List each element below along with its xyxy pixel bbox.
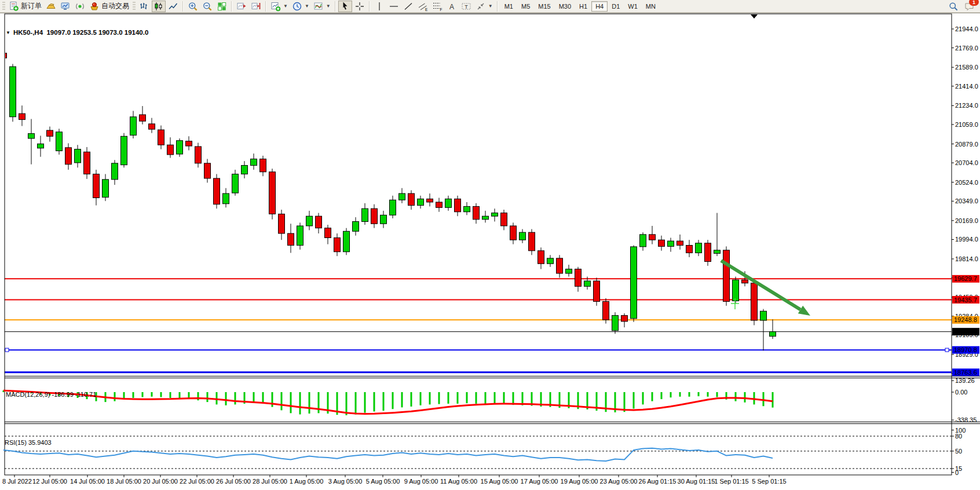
chart-ohlc: 19097.0 19253.5 19073.0 19140.0 bbox=[46, 29, 148, 36]
svg-text:5 Sep 01:15: 5 Sep 01:15 bbox=[752, 478, 786, 485]
timeframe-m30[interactable]: M30 bbox=[555, 1, 575, 12]
tile-windows-button[interactable] bbox=[215, 1, 229, 12]
auto-scroll-icon bbox=[236, 1, 247, 12]
candle-chart-icon bbox=[153, 1, 164, 12]
auto-scroll-button[interactable] bbox=[235, 1, 248, 12]
trendline-icon bbox=[403, 1, 414, 12]
svg-text:22 Jul 05:00: 22 Jul 05:00 bbox=[180, 478, 214, 485]
svg-text:-338.35: -338.35 bbox=[955, 416, 977, 423]
timeframe-d1[interactable]: D1 bbox=[608, 1, 624, 12]
new-order-icon bbox=[9, 1, 19, 12]
svg-text:20169.0: 20169.0 bbox=[955, 217, 978, 224]
auto-trading-icon bbox=[89, 1, 100, 12]
svg-text:19248.8: 19248.8 bbox=[954, 316, 977, 323]
chart-dropdown-icon[interactable]: ▼ bbox=[6, 30, 10, 35]
auto-trading-button[interactable]: 自动交易 bbox=[87, 1, 131, 12]
line-chart-button[interactable] bbox=[166, 1, 180, 12]
svg-text:20524.0: 20524.0 bbox=[955, 179, 978, 186]
timeframe-h4[interactable]: H4 bbox=[591, 1, 608, 12]
chart-shift-icon bbox=[251, 1, 261, 12]
search-button[interactable] bbox=[946, 1, 960, 12]
market-watch-button[interactable] bbox=[58, 1, 72, 12]
price-chart-canvas[interactable]: 21944.021769.021589.021414.021234.021059… bbox=[0, 13, 980, 490]
svg-text:14 Jul 05:00: 14 Jul 05:00 bbox=[70, 478, 105, 485]
new-chart-button[interactable]: ▼ bbox=[269, 1, 290, 12]
svg-text:21769.0: 21769.0 bbox=[955, 45, 978, 52]
macd-indicator-label: MACD(12,26,9) -186.99 -110.71 bbox=[6, 391, 96, 398]
chevron-down-icon: ▼ bbox=[488, 3, 493, 9]
periods-button[interactable]: ▼ bbox=[290, 1, 311, 12]
svg-text:1 Aug 05:00: 1 Aug 05:00 bbox=[290, 478, 324, 485]
timeframe-mn[interactable]: MN bbox=[642, 1, 660, 12]
cursor-tool-button[interactable] bbox=[338, 1, 352, 12]
timeframe-w1[interactable]: W1 bbox=[624, 1, 642, 12]
svg-text:21414.0: 21414.0 bbox=[955, 83, 978, 90]
svg-text:20349.0: 20349.0 bbox=[955, 198, 978, 204]
indicators-button[interactable]: ▼ bbox=[312, 1, 332, 12]
svg-text:19814.0: 19814.0 bbox=[955, 255, 978, 262]
timeframe-m15[interactable]: M15 bbox=[534, 1, 554, 12]
search-icon bbox=[948, 1, 959, 12]
text-icon: A bbox=[447, 1, 457, 12]
svg-text:18970.8: 18970.8 bbox=[954, 346, 977, 353]
timeframe-h1[interactable]: H1 bbox=[575, 1, 591, 12]
svg-text:19629.7: 19629.7 bbox=[954, 275, 977, 282]
arrows-tool-button[interactable]: ▼ bbox=[474, 1, 495, 12]
cursor-icon bbox=[340, 1, 350, 12]
zoom-out-icon bbox=[202, 1, 213, 12]
svg-text:T: T bbox=[465, 3, 468, 9]
text-label-icon: T bbox=[461, 1, 471, 12]
equidistant-channel-tool-button[interactable]: E bbox=[416, 1, 430, 12]
notification-badge: 1 bbox=[969, 0, 979, 6]
rsi-indicator-label: RSI(15) 35.9403 bbox=[5, 439, 52, 446]
svg-text:21234.0: 21234.0 bbox=[955, 102, 978, 109]
fibonacci-tool-button[interactable]: F bbox=[430, 1, 444, 12]
tile-windows-icon bbox=[217, 1, 227, 12]
svg-text:19140.0: 19140.0 bbox=[954, 328, 977, 335]
svg-text:17 Aug 05:00: 17 Aug 05:00 bbox=[521, 478, 558, 485]
svg-text:A: A bbox=[449, 2, 454, 10]
text-tool-button[interactable]: A bbox=[445, 1, 459, 12]
candle-chart-button[interactable] bbox=[152, 1, 166, 12]
svg-text:19 Aug 05:00: 19 Aug 05:00 bbox=[561, 478, 598, 485]
toolbar: 新订单 自动交易 bbox=[0, 0, 980, 13]
svg-text:3 Aug 05:00: 3 Aug 05:00 bbox=[328, 478, 363, 485]
bar-chart-button[interactable] bbox=[137, 1, 151, 12]
signals-button[interactable] bbox=[73, 1, 87, 12]
bar-chart-icon bbox=[139, 1, 149, 12]
timeframe-m5[interactable]: M5 bbox=[517, 1, 534, 12]
timeframe-m1[interactable]: M1 bbox=[500, 1, 517, 12]
gold-button[interactable] bbox=[44, 1, 58, 12]
timeframe-group: M1M5M15M30H1H4D1W1MN bbox=[500, 1, 660, 12]
svg-text:11 Aug 05:00: 11 Aug 05:00 bbox=[440, 478, 477, 485]
zoom-in-button[interactable] bbox=[186, 1, 200, 12]
crosshair-icon bbox=[354, 1, 365, 12]
trendline-tool-button[interactable] bbox=[401, 1, 415, 12]
svg-text:19994.0: 19994.0 bbox=[955, 236, 978, 243]
svg-text:23 Aug 05:00: 23 Aug 05:00 bbox=[600, 478, 638, 485]
chart-shift-button[interactable] bbox=[249, 1, 263, 12]
svg-text:12 Jul 05:00: 12 Jul 05:00 bbox=[32, 478, 67, 485]
line-chart-icon bbox=[168, 1, 178, 12]
svg-text:0.00: 0.00 bbox=[955, 389, 967, 396]
horizontal-line-tool-button[interactable] bbox=[387, 1, 401, 12]
equidistant-channel-icon: E bbox=[418, 1, 428, 12]
new-order-label: 新订单 bbox=[21, 1, 42, 11]
svg-text:20 Jul 05:00: 20 Jul 05:00 bbox=[143, 478, 178, 485]
toolbar-grip[interactable] bbox=[2, 2, 5, 11]
chevron-down-icon: ▼ bbox=[305, 3, 309, 9]
svg-text:19435.7: 19435.7 bbox=[954, 297, 977, 303]
svg-text:18 Jul 05:00: 18 Jul 05:00 bbox=[107, 478, 141, 485]
crosshair-tool-button[interactable] bbox=[353, 1, 367, 12]
svg-text:80: 80 bbox=[955, 433, 962, 440]
new-order-button[interactable]: 新订单 bbox=[7, 1, 43, 12]
text-label-tool-button[interactable]: T bbox=[459, 1, 473, 12]
chevron-down-icon: ▼ bbox=[326, 3, 331, 9]
zoom-out-button[interactable] bbox=[200, 1, 214, 12]
svg-text:139.26: 139.26 bbox=[955, 377, 975, 384]
vertical-line-tool-button[interactable] bbox=[372, 1, 386, 12]
svg-text:5 Aug 05:00: 5 Aug 05:00 bbox=[366, 478, 400, 485]
svg-text:9 Aug 05:00: 9 Aug 05:00 bbox=[404, 478, 438, 485]
arrows-icon bbox=[476, 1, 486, 12]
toolbar-grip[interactable] bbox=[133, 2, 136, 11]
